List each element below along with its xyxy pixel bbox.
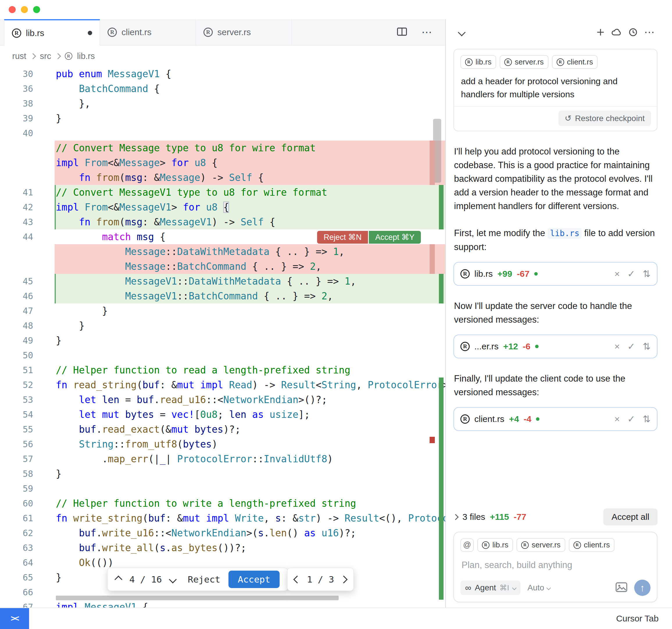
next-file-icon[interactable]	[340, 576, 347, 583]
send-button[interactable]: ↑	[634, 580, 650, 596]
code-row[interactable]: 59	[0, 481, 445, 496]
history-icon[interactable]	[625, 24, 641, 40]
code-token: NetworkEndian	[171, 527, 246, 539]
next-diff-icon[interactable]	[169, 576, 177, 583]
file-diff-card-client[interactable]: client.rs +4 -4 × ✓ ⇅	[453, 407, 657, 431]
context-chip[interactable]: lib.rs	[477, 538, 513, 552]
agent-mode-selector[interactable]: ∞ Agent ⌘I	[460, 580, 521, 595]
split-editor-icon[interactable]	[397, 27, 408, 38]
code-row[interactable]: 39}	[0, 111, 445, 126]
expand-file-icon[interactable]: ⇅	[643, 269, 650, 278]
status-bar: >< Cursor Tab	[0, 607, 672, 629]
more-options-icon[interactable]: ⋯	[641, 24, 657, 40]
code-row[interactable]: 62 buf.write_u16::<NetworkEndian>(s.len(…	[0, 526, 445, 540]
reject-file-icon[interactable]: ×	[615, 342, 620, 351]
restore-checkpoint-button[interactable]: ↺ Restore checkpoint	[558, 111, 651, 126]
remote-indicator-icon[interactable]: ><	[0, 608, 29, 629]
accept-file-icon[interactable]: ✓	[627, 269, 635, 278]
code-row[interactable]: 57 .map_err(|_| ProtocolError::InvalidUt…	[0, 452, 445, 467]
chevron-down-icon[interactable]	[453, 24, 470, 40]
expand-file-icon[interactable]: ⇅	[643, 414, 650, 424]
cloud-icon[interactable]	[609, 24, 625, 40]
previous-file-icon[interactable]	[293, 576, 301, 583]
context-chip[interactable]: server.rs	[500, 55, 549, 69]
code-row[interactable]: 51// Helper function to read a length-pr…	[0, 363, 445, 378]
code-row[interactable]: 52fn read_string(buf: &mut impl Read) ->…	[0, 378, 445, 392]
context-chip[interactable]: client.rs	[569, 538, 615, 552]
code-row[interactable]: 41// Convert MessageV1 type to u8 for wi…	[0, 185, 445, 200]
code-row[interactable]: Message::BatchCommand { .. } => 2,	[0, 259, 445, 274]
code-token: : &	[142, 216, 160, 228]
attach-image-icon[interactable]	[616, 582, 627, 593]
modified-dot-icon[interactable]	[88, 31, 92, 35]
rust-file-icon	[465, 58, 473, 66]
new-chat-icon[interactable]	[592, 24, 609, 40]
code-text	[55, 481, 445, 496]
tab-server-rs[interactable]: server.rs	[196, 19, 292, 45]
code-row[interactable]: impl From<&Message> for u8 {	[0, 155, 445, 170]
code-row[interactable]: fn from(msg: &Message) -> Self {	[0, 170, 445, 185]
code-row[interactable]: 40	[0, 126, 445, 141]
context-chip[interactable]: client.rs	[552, 55, 598, 69]
expand-file-icon[interactable]: ⇅	[643, 342, 650, 351]
code-row[interactable]: 63 buf.write_all(s.as_bytes())?;	[0, 540, 445, 555]
cursor-tab-status[interactable]: Cursor Tab	[616, 613, 672, 624]
accept-all-button[interactable]: Accept all	[603, 508, 657, 525]
chat-composer[interactable]: @ lib.rsserver.rsclient.rs Plan, search,…	[453, 532, 657, 602]
model-selector[interactable]: Auto	[528, 583, 551, 593]
tab-lib-rs[interactable]: lib.rs	[4, 19, 100, 46]
expand-files-icon[interactable]	[453, 514, 459, 520]
breadcrumb-item-file[interactable]: lib.rs	[77, 51, 95, 61]
code-row[interactable]: 54 let mut bytes = vec![0u8; len as usiz…	[0, 407, 445, 422]
inline-reject-button[interactable]: Reject ⌘N	[317, 231, 368, 244]
file-diff-card-server[interactable]: ...er.rs +12 -6 × ✓ ⇅	[453, 334, 657, 358]
file-diff-card-lib[interactable]: lib.rs +99 -67 × ✓ ⇅	[453, 262, 657, 286]
code-row[interactable]: 49}	[0, 333, 445, 348]
context-chip[interactable]: lib.rs	[460, 55, 496, 69]
reject-file-icon[interactable]: ×	[615, 414, 620, 424]
code-row[interactable]: 61fn write_string(buf: &mut impl Write, …	[0, 511, 445, 526]
accept-file-icon[interactable]: ✓	[627, 342, 635, 351]
code-row[interactable]: // Convert Message type to u8 for wire f…	[0, 141, 445, 155]
more-actions-icon[interactable]: ⋯	[422, 27, 432, 37]
code-row[interactable]: 50	[0, 348, 445, 363]
previous-diff-icon[interactable]	[115, 576, 122, 583]
accept-diff-button[interactable]: Accept	[229, 571, 280, 588]
code-row[interactable]: Message::DataWithMetadata { .. } => 1,	[0, 244, 445, 259]
code-row[interactable]: 48 }	[0, 318, 445, 333]
code-row[interactable]: 56 String::from_utf8(bytes)	[0, 437, 445, 452]
tab-client-rs[interactable]: client.rs	[100, 19, 196, 45]
horizontal-scrollbar[interactable]	[56, 596, 339, 600]
code-row[interactable]: 47 }	[0, 303, 445, 318]
reject-file-icon[interactable]: ×	[615, 269, 620, 278]
breadcrumb-item-rust[interactable]: rust	[12, 51, 26, 61]
line-number: 67	[0, 600, 55, 608]
code-row[interactable]: 45 MessageV1::DataWithMetadata { .. } =>…	[0, 274, 445, 288]
chat-input[interactable]: Plan, search, build anything	[461, 560, 649, 570]
code-row[interactable]: 55 buf.read_exact(&mut bytes)?;	[0, 422, 445, 437]
code-row[interactable]: 58}	[0, 467, 445, 481]
context-chip[interactable]: server.rs	[517, 538, 565, 552]
code-row[interactable]: 53 let len = buf.read_u16::<NetworkEndia…	[0, 392, 445, 407]
minimize-window-icon[interactable]	[21, 6, 28, 13]
line-number: 52	[0, 378, 55, 392]
code-row[interactable]: 43 fn from(msg: &MessageV1) -> Self {	[0, 215, 445, 229]
code-row[interactable]: 30pub enum MessageV1 {	[0, 67, 445, 81]
code-row[interactable]: 67impl MessageV1 {	[0, 600, 445, 608]
code-row[interactable]: 42impl From<&MessageV1> for u8 {	[0, 200, 445, 215]
code-editor[interactable]: 30pub enum MessageV1 {36 BatchCommand {3…	[0, 67, 445, 608]
line-number: 56	[0, 437, 55, 452]
reject-diff-button[interactable]: Reject	[188, 574, 220, 584]
breadcrumb-item-src[interactable]: src	[40, 51, 51, 61]
close-window-icon[interactable]	[9, 6, 16, 13]
code-row[interactable]: 38 },	[0, 96, 445, 111]
code-row[interactable]: 46 MessageV1::BatchCommand { .. } => 2,	[0, 288, 445, 303]
add-context-button[interactable]: @	[460, 538, 474, 552]
maximize-window-icon[interactable]	[33, 6, 40, 13]
inline-accept-button[interactable]: Accept ⌘Y	[369, 231, 421, 244]
text: First, let me modify the	[454, 228, 548, 238]
code-row[interactable]: 60// Helper function to write a length-p…	[0, 496, 445, 511]
accept-file-icon[interactable]: ✓	[627, 414, 635, 424]
code-row[interactable]: 36 BatchCommand {	[0, 81, 445, 96]
assistant-paragraph-3: Now I'll update the server code to handl…	[454, 299, 657, 326]
